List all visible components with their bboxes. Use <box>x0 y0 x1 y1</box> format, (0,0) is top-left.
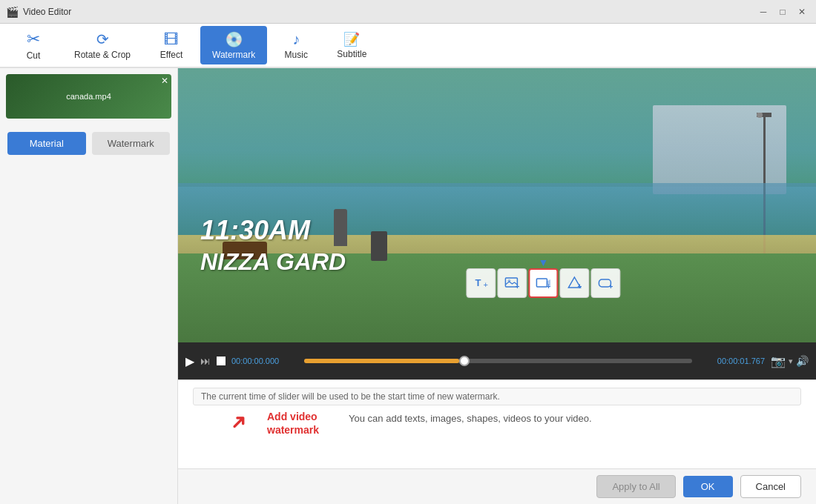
next-frame-button[interactable]: ⏭ <box>200 355 211 367</box>
add-watermark-hint: ➜ Add videowatermark You can add texts, … <box>193 410 801 437</box>
music-icon: ♪ <box>292 31 300 48</box>
svg-text:+: + <box>608 282 613 291</box>
tab-effect-label: Effect <box>160 50 182 60</box>
restore-button[interactable]: □ <box>774 4 791 20</box>
red-arrow-icon: ➜ <box>224 408 254 437</box>
camera-icon[interactable]: 📷 <box>771 354 786 368</box>
tab-effect[interactable]: 🎞 Effect <box>145 27 197 64</box>
svg-text:+: + <box>483 280 487 289</box>
add-shape-watermark-button[interactable]: + <box>559 268 589 298</box>
watermark-toolbar: T + + <box>466 268 620 298</box>
timeline-thumb[interactable] <box>459 356 470 366</box>
apply-to-all-button[interactable]: Apply to All <box>596 475 675 498</box>
app-icon: 🎬 <box>6 6 19 18</box>
tab-subtitle-label: Subtitle <box>337 49 366 59</box>
tab-watermark[interactable]: 💿 Watermark <box>200 26 267 64</box>
svg-text:T: T <box>475 277 481 288</box>
effect-icon: 🎞 <box>164 31 179 48</box>
sidebar-tab-material[interactable]: Material <box>7 132 86 155</box>
title-bar-title: Video Editor <box>23 7 71 17</box>
tab-cut[interactable]: ✂ Cut <box>7 25 59 65</box>
sidebar: canada.mp4 ✕ Material Watermark <box>0 68 178 504</box>
tab-rotate-label: Rotate & Crop <box>74 50 131 60</box>
content-area: 11:30AM NIZZA GARD T + <box>178 68 816 504</box>
tab-watermark-label: Watermark <box>212 50 255 60</box>
timeline-bar: ▶ ⏭ 00:00:00.000 00:00:01.767 📷 ▾ 🔊 <box>178 342 816 379</box>
rotate-icon: ⟳ <box>96 30 109 48</box>
minimize-button[interactable]: ─ <box>755 4 771 20</box>
sidebar-tab-watermark[interactable]: Watermark <box>92 132 171 155</box>
time-start: 00:00:00.000 <box>231 357 298 365</box>
file-close-icon[interactable]: ✕ <box>161 76 168 86</box>
file-thumbnail: canada.mp4 ✕ <box>6 74 171 119</box>
tab-rotate[interactable]: ⟳ Rotate & Crop <box>62 26 142 64</box>
svg-text:+: + <box>546 282 550 291</box>
sidebar-tabs: Material Watermark <box>0 125 177 162</box>
video-overlay-location: NIZZA GARD <box>200 248 346 276</box>
svg-rect-8 <box>536 279 547 287</box>
add-blur-watermark-button[interactable]: + <box>590 268 620 298</box>
subtitle-icon: 📝 <box>343 31 360 47</box>
bottom-buttons: Apply to All OK Cancel <box>178 468 816 504</box>
title-bar: 🎬 Video Editor ─ □ ✕ <box>0 0 816 24</box>
add-watermark-label: Add videowatermark <box>267 410 319 437</box>
add-video-watermark-button[interactable]: ▼ + <box>528 268 558 298</box>
timeline-progress <box>304 359 459 363</box>
timeline-hint: The current time of slider will be used … <box>193 388 801 405</box>
ok-button[interactable]: OK <box>683 476 733 497</box>
window-controls: ─ □ ✕ <box>755 4 810 20</box>
stop-button[interactable] <box>217 357 226 365</box>
main-layout: canada.mp4 ✕ Material Watermark <box>0 68 816 504</box>
volume-icon[interactable]: 🔊 <box>796 355 809 367</box>
add-watermark-description: You can add texts, images, shapes, video… <box>349 410 592 424</box>
tab-bar: ✂ Cut ⟳ Rotate & Crop 🎞 Effect 💿 Waterma… <box>0 24 816 68</box>
tab-cut-label: Cut <box>27 50 41 61</box>
add-image-watermark-button[interactable]: + <box>497 268 527 298</box>
tab-subtitle[interactable]: 📝 Subtitle <box>325 27 378 64</box>
video-background: 11:30AM NIZZA GARD T + <box>178 68 816 342</box>
camera-dropdown[interactable]: ▾ <box>789 357 793 366</box>
timeline-right-controls: 📷 ▾ 🔊 <box>771 354 809 368</box>
cancel-button[interactable]: Cancel <box>740 475 801 498</box>
close-button[interactable]: ✕ <box>794 4 810 20</box>
file-name: canada.mp4 <box>66 92 111 101</box>
add-text-watermark-button[interactable]: T + <box>466 268 496 298</box>
svg-text:+: + <box>577 282 582 291</box>
bottom-section: The current time of slider will be used … <box>178 379 816 468</box>
cut-icon: ✂ <box>27 30 40 49</box>
time-end: 00:00:01.767 <box>698 357 765 365</box>
svg-text:+: + <box>515 282 519 291</box>
timeline-track[interactable] <box>304 359 692 363</box>
play-button[interactable]: ▶ <box>185 354 194 368</box>
video-preview: 11:30AM NIZZA GARD T + <box>178 68 816 342</box>
watermark-icon: 💿 <box>225 30 243 48</box>
tab-music[interactable]: ♪ Music <box>270 27 322 64</box>
video-overlay-time: 11:30AM <box>200 215 310 246</box>
tab-music-label: Music <box>285 50 308 60</box>
